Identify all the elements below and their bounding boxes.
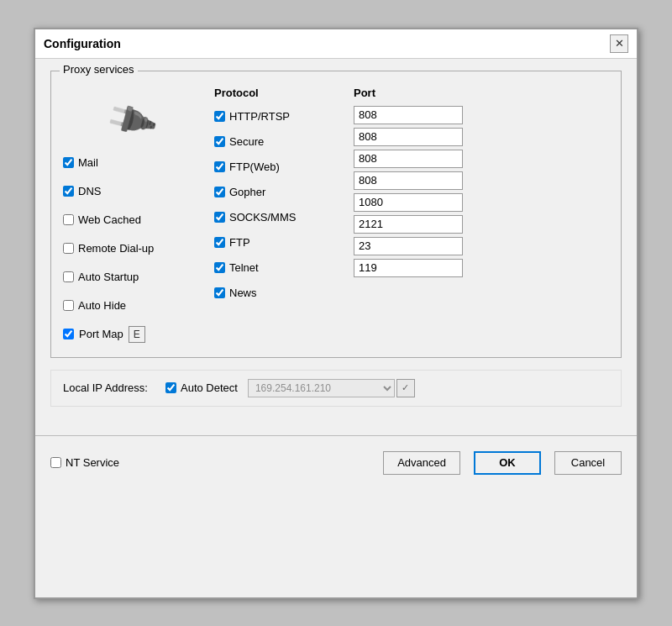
title-bar: Configuration ✕: [35, 29, 637, 59]
proxy-services-group: Proxy services 🔌 Mail DNS: [50, 71, 622, 358]
auto-detect-row: Auto Detect: [165, 377, 238, 399]
auto-detect-label[interactable]: Auto Detect: [181, 381, 238, 394]
local-ip-row: Local IP Address: Auto Detect 169.254.16…: [50, 370, 622, 407]
news-label[interactable]: News: [229, 287, 257, 299]
mail-row: Mail: [63, 152, 197, 174]
auto-hide-label[interactable]: Auto Hide: [78, 299, 126, 312]
web-cached-row: Web Cached: [63, 209, 197, 231]
right-column: Protocol HTTP/RTSP Secure: [214, 87, 609, 345]
socks-mms-label[interactable]: SOCKS/MMS: [229, 211, 296, 224]
close-button[interactable]: ✕: [610, 34, 628, 53]
ftp-label[interactable]: FTP: [229, 236, 250, 249]
remote-dialup-label[interactable]: Remote Dial-up: [78, 242, 154, 255]
dns-label[interactable]: DNS: [78, 185, 101, 197]
telnet-port[interactable]: [354, 237, 463, 255]
port-map-edit-button[interactable]: E: [129, 326, 145, 343]
socks-mms-checkbox[interactable]: [214, 212, 225, 223]
advanced-button[interactable]: Advanced: [383, 451, 460, 475]
ftp-row: FTP: [214, 232, 340, 254]
cancel-button[interactable]: Cancel: [554, 451, 622, 475]
port-map-row: Port Map E: [63, 324, 197, 345]
ip-dropdown[interactable]: 169.254.161.210: [248, 379, 395, 397]
icon-area: 🔌: [63, 95, 197, 145]
socks-mms-port[interactable]: [354, 193, 463, 212]
configuration-dialog: Configuration ✕ Proxy services 🔌 Mail: [34, 28, 638, 599]
telnet-row: Telnet: [214, 257, 340, 279]
http-rtsp-port[interactable]: [354, 106, 463, 124]
http-rtsp-label[interactable]: HTTP/RTSP: [229, 110, 290, 123]
http-rtsp-checkbox[interactable]: [214, 111, 225, 122]
ftp-web-port[interactable]: [354, 150, 463, 168]
secure-row: Secure: [214, 131, 340, 153]
telnet-label[interactable]: Telnet: [229, 261, 259, 274]
dialog-title: Configuration: [44, 37, 121, 50]
auto-hide-row: Auto Hide: [63, 295, 197, 317]
group-title: Proxy services: [60, 63, 138, 76]
gopher-label[interactable]: Gopher: [229, 186, 265, 198]
gopher-checkbox[interactable]: [214, 187, 225, 197]
dns-checkbox[interactable]: [63, 186, 74, 197]
bottom-row: NT Service Advanced OK Cancel: [35, 443, 637, 483]
auto-hide-checkbox[interactable]: [63, 300, 74, 311]
secure-port[interactable]: [354, 128, 463, 146]
ftp-web-label[interactable]: FTP(Web): [229, 160, 280, 173]
protocol-column: Protocol HTTP/RTSP Secure: [214, 87, 340, 345]
secure-checkbox[interactable]: [214, 136, 225, 147]
mail-checkbox[interactable]: [63, 157, 74, 168]
ftp-web-checkbox[interactable]: [214, 161, 225, 172]
http-rtsp-row: HTTP/RTSP: [214, 106, 340, 128]
ftp-checkbox[interactable]: [214, 237, 225, 248]
ok-button[interactable]: OK: [474, 451, 541, 475]
port-map-checkbox[interactable]: [63, 329, 74, 339]
local-ip-label: Local IP Address:: [63, 381, 155, 394]
ftp-web-row: FTP(Web): [214, 156, 340, 178]
telnet-checkbox[interactable]: [214, 262, 225, 273]
nt-service-label[interactable]: NT Service: [66, 456, 119, 469]
nt-service-checkbox[interactable]: [50, 457, 61, 468]
gopher-port[interactable]: [354, 171, 463, 190]
web-cached-label[interactable]: Web Cached: [78, 213, 141, 226]
auto-startup-checkbox[interactable]: [63, 271, 74, 282]
protocol-header: Protocol: [214, 87, 340, 99]
web-cached-checkbox[interactable]: [63, 214, 74, 225]
auto-startup-label[interactable]: Auto Startup: [78, 271, 139, 283]
left-column: 🔌 Mail DNS Web Cached: [63, 87, 197, 345]
auto-detect-checkbox[interactable]: [165, 382, 176, 393]
proxy-inner: 🔌 Mail DNS Web Cached: [63, 87, 609, 345]
news-row: News: [214, 282, 340, 304]
news-port[interactable]: [354, 259, 463, 277]
auto-startup-row: Auto Startup: [63, 266, 197, 288]
verify-button[interactable]: ✓: [396, 379, 415, 397]
plug-icon: 🔌: [101, 91, 160, 148]
port-header: Port: [354, 87, 471, 99]
port-map-label[interactable]: Port Map: [79, 328, 123, 340]
divider: [35, 435, 637, 436]
nt-service-row: NT Service: [50, 456, 119, 469]
socks-mms-row: SOCKS/MMS: [214, 207, 340, 229]
mail-label[interactable]: Mail: [78, 156, 98, 169]
dns-row: DNS: [63, 181, 197, 203]
remote-dialup-row: Remote Dial-up: [63, 238, 197, 260]
dialog-body: Proxy services 🔌 Mail DNS: [35, 59, 637, 429]
gopher-row: Gopher: [214, 181, 340, 203]
port-column: Port: [354, 87, 471, 345]
ip-dropdown-wrapper: 169.254.161.210 ✓: [248, 379, 415, 397]
news-checkbox[interactable]: [214, 287, 225, 298]
secure-label[interactable]: Secure: [229, 135, 264, 148]
remote-dialup-checkbox[interactable]: [63, 243, 74, 254]
ftp-port[interactable]: [354, 215, 463, 234]
